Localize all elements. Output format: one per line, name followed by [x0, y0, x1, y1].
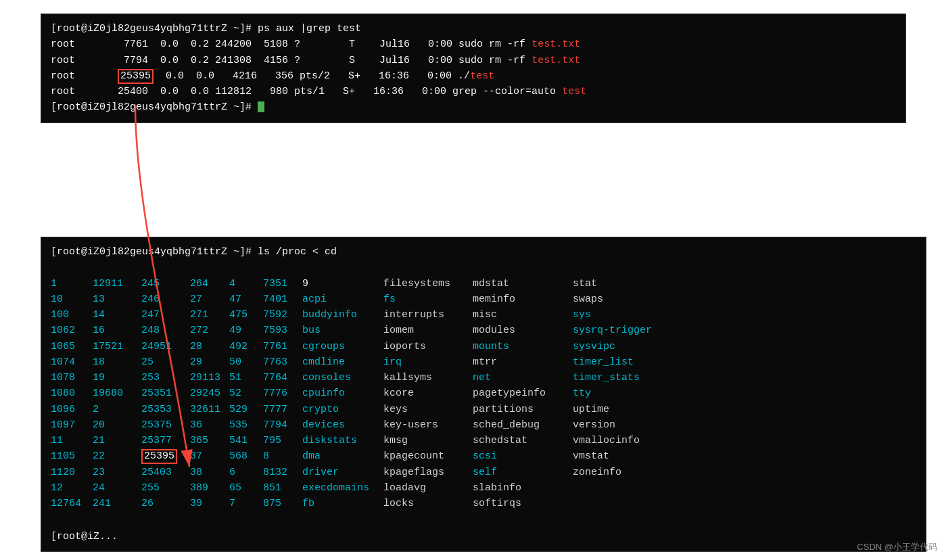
terminal-top: [root@iZ0jl82geus4yqbhg71ttrZ ~]# ps aux… — [41, 14, 906, 123]
top-row-4: root 25400 0.0 0.0 112812 980 pts/1 S+ 1… — [51, 84, 896, 99]
top-row-1: root 7761 0.0 0.2 244200 5108 ? T Jul16 … — [51, 37, 896, 52]
col7: 9 acpi buddyinfo bus cgroups cmdline con… — [302, 260, 383, 527]
col4: 264 27 271 272 28 29 29113 29245 32611 3… — [190, 260, 229, 527]
col10: stat swaps sys sysrq-trigger sysvipc tim… — [573, 260, 661, 527]
bottom-prompt: [root@iZ0jl82geus4yqbhg71ttrZ ~]# ls /pr… — [51, 244, 916, 260]
watermark: CSDN @小王学代码 — [857, 541, 937, 553]
col9: mdstat meminfo misc modules mounts mtrr … — [473, 260, 573, 527]
top-last-line: [root@iZ0jl82geus4yqbhg71ttrZ ~]# — [51, 99, 896, 115]
top-prompt: [root@iZ0jl82geus4yqbhg71ttrZ ~]# ps aux… — [51, 21, 896, 37]
col1: 1 10 100 1062 1065 1074 1078 1080 1096 1… — [51, 260, 93, 527]
top-row-2: root 7794 0.0 0.2 241308 4156 ? S Jul16 … — [51, 53, 896, 68]
col8: filesystems fs interrupts iomem ioports … — [383, 260, 473, 527]
col3: 245 246 247 248 24951 25 253 25351 25353… — [141, 260, 190, 527]
bottom-last: [root@iZ... — [51, 529, 916, 544]
col6: 7351 7401 7592 7593 7761 7763 7764 7776 … — [263, 260, 302, 527]
top-row-3: root 25395 0.0 0.0 4216 356 pts/2 S+ 16:… — [51, 68, 896, 84]
terminal-bottom: [root@iZ0jl82geus4yqbhg71ttrZ ~]# ls /pr… — [41, 237, 926, 552]
col2: 12911 13 14 16 17521 18 19 19680 2 20 21… — [93, 260, 141, 527]
col5: 4 47 475 49 492 50 51 52 529 535 541 568… — [229, 260, 263, 527]
